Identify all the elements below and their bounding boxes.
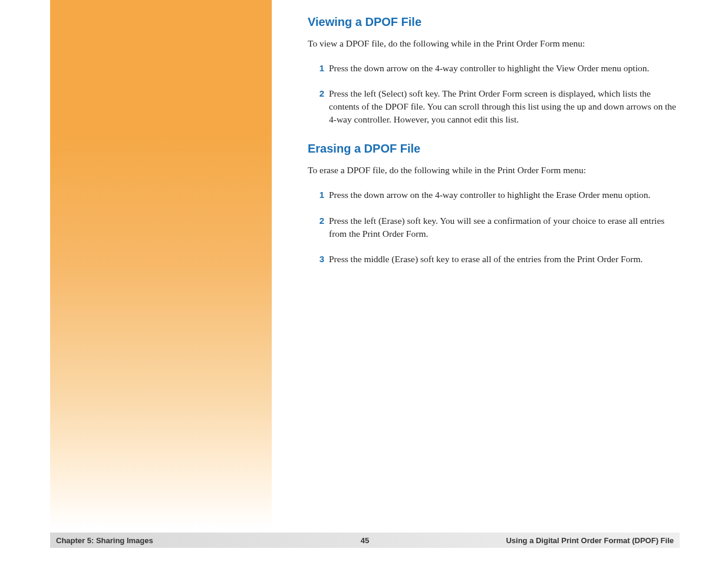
- footer-page-number: 45: [361, 536, 369, 545]
- list-item: 1 Press the down arrow on the 4-way cont…: [312, 62, 679, 75]
- section-intro-viewing: To view a DPOF file, do the following wh…: [308, 37, 679, 50]
- step-text: Press the middle (Erase) soft key to era…: [329, 253, 679, 266]
- step-number: 2: [312, 214, 324, 240]
- step-text: Press the left (Erase) soft key. You wil…: [329, 214, 679, 240]
- list-item: 1 Press the down arrow on the 4-way cont…: [312, 189, 679, 201]
- page-footer: Chapter 5: Sharing Images 45 Using a Dig…: [50, 533, 680, 548]
- step-text: Press the left (Select) soft key. The Pr…: [329, 87, 679, 125]
- section-heading-viewing: Viewing a DPOF File: [308, 15, 679, 29]
- list-item: 2 Press the left (Erase) soft key. You w…: [312, 214, 679, 240]
- step-list-viewing: 1 Press the down arrow on the 4-way cont…: [308, 62, 679, 126]
- step-number: 2: [312, 87, 324, 125]
- page-container: Viewing a DPOF File To view a DPOF file,…: [0, 0, 728, 562]
- main-content: Viewing a DPOF File To view a DPOF file,…: [308, 15, 679, 279]
- step-text: Press the down arrow on the 4-way contro…: [329, 189, 679, 201]
- footer-chapter: Chapter 5: Sharing Images: [56, 536, 153, 545]
- section-intro-erasing: To erase a DPOF file, do the following w…: [308, 164, 679, 177]
- step-number: 1: [312, 189, 324, 201]
- footer-section-title: Using a Digital Print Order Format (DPOF…: [506, 536, 674, 545]
- step-number: 3: [312, 253, 324, 266]
- step-number: 1: [312, 62, 324, 75]
- sidebar-decoration: [50, 0, 272, 528]
- step-text: Press the down arrow on the 4-way contro…: [329, 62, 679, 75]
- list-item: 3 Press the middle (Erase) soft key to e…: [312, 253, 679, 266]
- list-item: 2 Press the left (Select) soft key. The …: [312, 87, 679, 125]
- step-list-erasing: 1 Press the down arrow on the 4-way cont…: [308, 189, 679, 266]
- section-heading-erasing: Erasing a DPOF File: [308, 142, 679, 156]
